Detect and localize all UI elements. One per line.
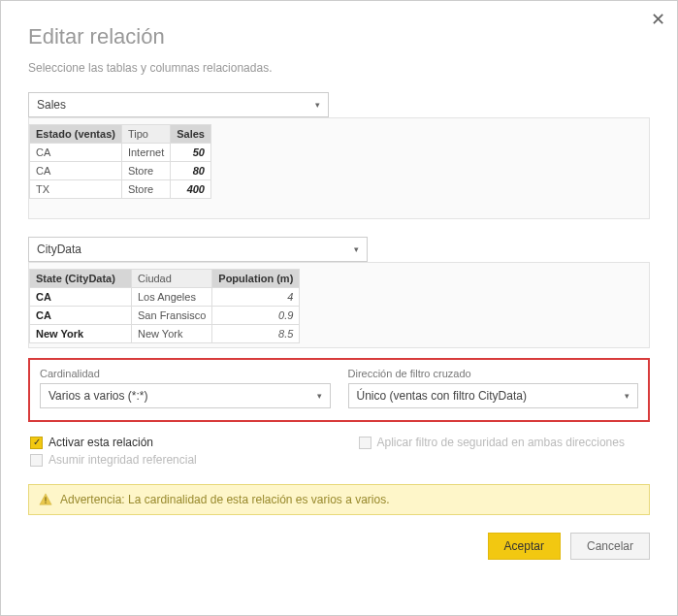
table1-selected: Sales [37,98,66,112]
table2-selected: CityData [37,243,81,256]
table1-grid: Estado (ventas) Tipo Sales CA Internet 5… [29,124,211,199]
highlight-frame: Cardinalidad Varios a varios (*:*) ▾ Dir… [28,358,650,422]
crossfilter-value: Único (ventas con filtro CityData) [357,389,527,403]
activate-relationship-label: Activar esta relación [48,436,153,449]
close-icon[interactable]: ✕ [651,9,665,30]
dialog-title: Editar relación [28,24,650,49]
referential-integrity-checkbox: Asumir integridad referencial [30,453,320,467]
table2-header-city[interactable]: Ciudad [132,270,212,288]
table1-header-sales[interactable]: Sales [171,125,211,144]
svg-rect-2 [45,503,46,503]
cardinality-dropdown[interactable]: Varios a varios (*:*) ▾ [40,383,331,408]
chevron-down-icon: ▾ [354,244,359,254]
table-row: CA Los Angeles 4 [30,288,300,307]
table2-header-state[interactable]: State (CityData) [30,270,132,288]
table1-dropdown[interactable]: Sales ▾ [28,92,329,117]
referential-integrity-label: Asumir integridad referencial [48,453,197,467]
crossfilter-dropdown[interactable]: Único (ventas con filtro CityData) ▾ [348,383,639,408]
dialog-buttons: Aceptar Cancelar [28,533,650,560]
table-row: CA Internet 50 [30,144,211,162]
activate-relationship-checkbox[interactable]: ✓ Activar esta relación [30,436,320,449]
warning-banner: Advertencia: La cardinalidad de esta rel… [28,484,650,515]
checkbox-icon [30,454,43,467]
crossfilter-label: Dirección de filtro cruzado [348,368,639,379]
table2-header-pop[interactable]: Population (m) [212,270,300,288]
checkbox-icon: ✓ [30,437,43,449]
cardinality-label: Cardinalidad [40,368,331,379]
chevron-down-icon: ▾ [625,391,630,401]
table-row: CA San Fransisco 0.9 [30,307,300,325]
security-filter-label: Aplicar filtro de seguridad en ambas dir… [377,436,625,449]
warning-icon [39,493,52,506]
svg-rect-1 [45,497,46,501]
checkbox-icon [359,437,371,449]
table1-header-state[interactable]: Estado (ventas) [30,125,122,144]
table2-dropdown[interactable]: CityData ▾ [28,237,368,262]
cardinality-value: Varios a varios (*:*) [48,389,147,403]
dialog-subtitle: Seleccione las tablas y columnas relacio… [28,61,650,75]
table1-header-type[interactable]: Tipo [121,125,170,144]
chevron-down-icon: ▾ [317,391,322,401]
table-row: TX Store 400 [30,180,211,199]
warning-text: Advertencia: La cardinalidad de esta rel… [60,493,390,506]
table-row: New York New York 8.5 [30,325,300,343]
table2-grid: State (CityData) Ciudad Population (m) C… [29,269,300,343]
security-filter-checkbox: Aplicar filtro de seguridad en ambas dir… [359,436,649,449]
table2-preview: State (CityData) Ciudad Population (m) C… [28,262,650,348]
table1-preview: Estado (ventas) Tipo Sales CA Internet 5… [28,117,650,219]
cancel-button[interactable]: Cancelar [570,533,650,560]
table-row: CA Store 80 [30,162,211,180]
chevron-down-icon: ▾ [315,100,320,110]
edit-relationship-dialog: ✕ Editar relación Seleccione las tablas … [0,0,678,616]
ok-button[interactable]: Aceptar [488,533,561,560]
